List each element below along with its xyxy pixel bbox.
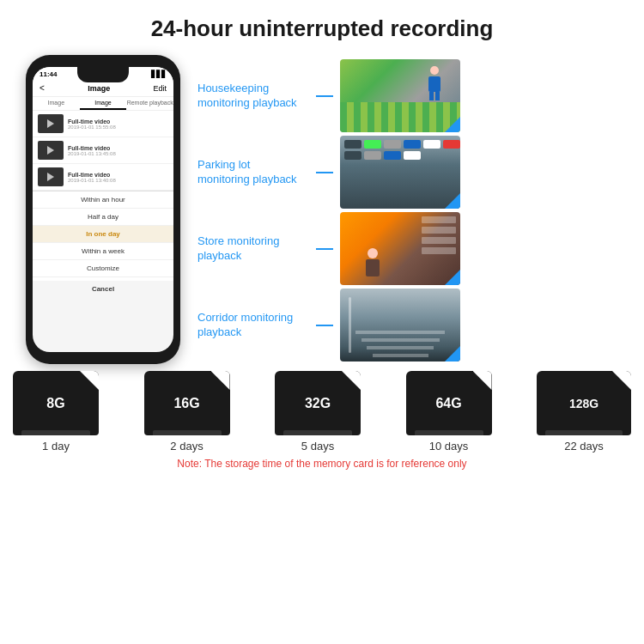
figure-leg: [435, 92, 440, 100]
sd-card-notch: [153, 430, 222, 435]
monitoring-container: Housekeeping monitoring playback: [197, 55, 627, 364]
list-item[interactable]: Full-time video 2019-01-01 15:55:08: [33, 111, 173, 137]
phone-time: 11:44: [39, 70, 57, 78]
storage-days-2: 2 days: [170, 440, 203, 453]
store-shelves: [422, 216, 456, 254]
phone-popup-menu: Within an hour Half a day In one day Wit…: [33, 191, 173, 297]
corridor-photo: [340, 289, 460, 361]
list-item[interactable]: Full-time video 2019-01-01 13:40:08: [33, 164, 173, 191]
video-thumbnail: [38, 141, 64, 160]
stair: [361, 338, 440, 342]
image-bracket: [445, 117, 460, 132]
storage-cards: 8G 1 day 16G 2 days 32G 5 days 64G: [13, 371, 631, 453]
monitoring-label-parking: Parking lot monitoring playback: [197, 158, 309, 187]
monitoring-item-corridor: Corridor monitoring playback: [197, 289, 627, 361]
nav-edit-button[interactable]: Edit: [153, 84, 167, 93]
sd-card-size-label: 64G: [435, 396, 461, 411]
parking-photo: [340, 136, 460, 209]
monitoring-item-store: Store monitoring playback: [197, 212, 627, 285]
video-date: 2019-01-01 13:45:08: [68, 151, 116, 156]
storage-card-8g: 8G 1 day: [13, 371, 99, 453]
sd-card-128g: 128G: [537, 371, 631, 435]
stair: [355, 331, 445, 334]
car: [404, 151, 421, 160]
nav-back-button[interactable]: <: [39, 83, 45, 93]
sd-card-size-label: 128G: [569, 397, 598, 410]
figure-legs: [426, 92, 443, 100]
monitoring-image-corridor: [340, 289, 460, 361]
list-item[interactable]: Full-time video 2019-01-01 13:45:08: [33, 137, 173, 164]
store-photo: [340, 212, 460, 285]
popup-item-within-hour[interactable]: Within an hour: [33, 191, 173, 209]
phone-container: 11:44 ▋▋▋ < Image Edit Image Image Remot…: [17, 55, 189, 364]
monitoring-image-parking: [340, 136, 460, 209]
storage-days-10: 10 days: [429, 440, 469, 453]
sd-card-size-label: 16G: [173, 396, 199, 411]
shelf: [422, 247, 456, 254]
car: [364, 140, 381, 149]
figure-leg: [429, 92, 434, 100]
monitoring-label-store: Store monitoring playback: [197, 234, 309, 264]
sd-card-notch: [283, 430, 352, 435]
housekeeping-photo: [340, 59, 460, 132]
storage-note: Note: The storage time of the memory car…: [13, 458, 631, 470]
figure-body: [428, 76, 440, 92]
phone-nav-bar: < Image Edit: [33, 80, 173, 97]
store-body: [366, 259, 380, 276]
play-icon: [47, 146, 54, 155]
connector-line: [316, 325, 333, 326]
play-icon: [47, 119, 54, 128]
tab-image-1[interactable]: Image: [33, 97, 80, 110]
storage-card-16g: 16G 2 days: [144, 371, 230, 453]
storage-card-32g: 32G 5 days: [275, 371, 361, 453]
car: [344, 151, 361, 160]
car: [404, 140, 421, 149]
tab-remote-playback[interactable]: Remote playback: [126, 97, 173, 110]
shelf: [422, 237, 456, 244]
storage-section: 8G 1 day 16G 2 days 32G 5 days 64G: [0, 371, 644, 470]
shelf: [422, 227, 456, 234]
play-icon: [47, 173, 54, 181]
car: [384, 140, 401, 149]
storage-days-5: 5 days: [301, 440, 334, 453]
car: [423, 140, 440, 149]
popup-cancel-button[interactable]: Cancel: [33, 281, 173, 297]
figure-head: [430, 66, 439, 75]
image-bracket: [445, 193, 460, 209]
monitoring-label-housekeeping: Housekeeping monitoring playback: [197, 82, 309, 111]
store-head: [368, 248, 378, 258]
video-date: 2019-01-01 15:55:08: [68, 125, 116, 130]
car-rows: [344, 140, 460, 160]
phone-screen: 11:44 ▋▋▋ < Image Edit Image Image Remot…: [33, 67, 173, 352]
sd-card-size-label: 32G: [305, 396, 331, 411]
video-thumbnail: [38, 167, 64, 186]
video-title: Full-time video: [68, 145, 116, 151]
sd-card-notch: [415, 430, 483, 435]
sd-card-64g: 64G: [406, 371, 492, 435]
popup-item-half-day[interactable]: Half a day: [33, 209, 173, 226]
popup-item-within-week[interactable]: Within a week: [33, 243, 173, 260]
store-person: [366, 248, 380, 276]
phone-mockup: 11:44 ▋▋▋ < Image Edit Image Image Remot…: [26, 55, 180, 364]
popup-item-one-day[interactable]: In one day: [33, 226, 173, 243]
carpet-pattern: [340, 102, 460, 132]
person-figure: [426, 66, 443, 100]
sd-card-16g: 16G: [144, 371, 230, 435]
popup-item-customize[interactable]: Customize: [33, 260, 173, 277]
image-bracket: [445, 270, 460, 285]
video-title: Full-time video: [68, 118, 116, 125]
car: [443, 140, 460, 149]
storage-days-1: 1 day: [42, 440, 70, 453]
phone-video-list: Full-time video 2019-01-01 15:55:08 Full…: [33, 111, 173, 191]
sd-card-size-label: 8G: [46, 396, 64, 411]
monitoring-label-corridor: Corridor monitoring playback: [197, 311, 309, 340]
handrail: [349, 297, 351, 353]
sd-card-notch: [21, 430, 90, 435]
video-title: Full-time video: [68, 172, 116, 178]
video-thumbnail: [38, 114, 64, 133]
sd-card-32g: 32G: [275, 371, 361, 435]
tab-image-2[interactable]: Image: [80, 97, 127, 110]
storage-days-22: 22 days: [564, 440, 604, 453]
connector-line: [316, 172, 333, 173]
monitoring-image-store: [340, 212, 460, 285]
